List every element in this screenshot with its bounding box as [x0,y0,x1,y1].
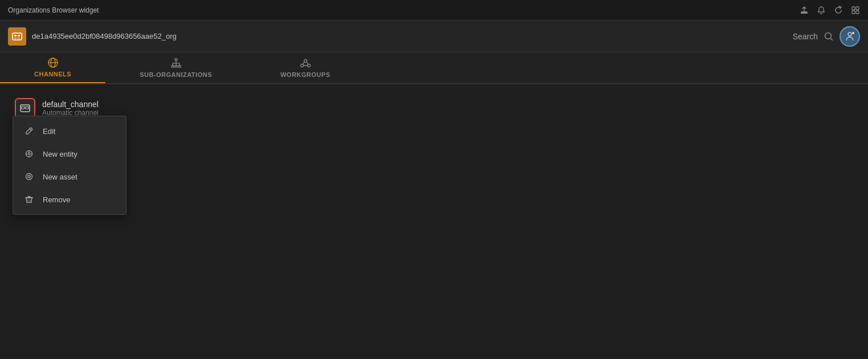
svg-rect-19 [175,59,177,60]
search-area: Search [793,26,860,47]
svg-rect-21 [175,66,177,67]
svg-rect-9 [14,38,17,39]
asset-icon [23,171,35,182]
svg-point-40 [26,174,32,180]
workgroups-tab-icon [300,58,311,69]
svg-rect-10 [18,38,20,39]
refresh-icon[interactable] [834,6,843,15]
context-menu-new-entity[interactable]: New entity [13,142,126,165]
pencil-icon [23,125,35,137]
svg-point-34 [26,151,32,157]
search-icon[interactable] [824,31,834,42]
svg-rect-5 [856,11,859,14]
export-icon[interactable] [800,6,809,15]
svg-rect-22 [178,66,181,67]
svg-rect-20 [172,66,174,67]
svg-rect-4 [852,11,855,14]
search-label: Search [793,32,818,41]
header-bar: de1a4935ee0d2bf08498d963656aae52_org Sea… [0,21,868,52]
channels-tab-icon [47,57,59,68]
new-asset-label: New asset [43,173,78,181]
new-entity-label: New entity [43,150,78,158]
svg-point-29 [300,64,303,67]
main-content: default_channel Automatic channel Edit [0,84,868,359]
title-bar: Organizations Browser widget [0,0,868,21]
svg-rect-8 [18,35,20,36]
svg-point-35 [28,153,30,155]
sub-orgs-tab-icon [170,58,182,69]
svg-point-30 [307,64,310,67]
context-menu-edit[interactable]: Edit [13,120,126,142]
svg-point-28 [304,60,307,63]
tab-sub-organizations-label: SUB-ORGANIZATIONS [140,71,212,78]
layout-icon[interactable] [851,6,860,15]
org-id-label: de1a4935ee0d2bf08498d963656aae52_org [32,32,787,40]
remove-label: Remove [43,195,70,204]
entity-icon [23,148,35,160]
context-menu: Edit New entity [13,116,127,215]
svg-rect-1 [801,13,808,14]
tab-channels-label: CHANNELS [34,71,71,77]
tab-sub-organizations[interactable]: SUB-ORGANIZATIONS [105,52,246,83]
edit-label: Edit [43,127,55,136]
tab-workgroups-label: WORKGROUPS [280,71,331,78]
app-title: Organizations Browser widget [8,6,99,14]
title-bar-actions [800,6,860,15]
tabs-bar: CHANNELS SUB-ORGANIZATIONS [0,52,868,84]
avatar-button[interactable] [840,26,860,47]
svg-rect-2 [852,7,855,10]
context-menu-remove[interactable]: Remove [13,188,126,211]
svg-point-11 [825,32,832,39]
svg-rect-3 [856,7,859,10]
context-menu-new-asset[interactable]: New asset [13,165,126,188]
bell-icon[interactable] [817,6,826,15]
svg-point-12 [848,32,851,36]
svg-rect-33 [26,107,28,109]
svg-rect-6 [13,33,22,40]
trash-icon [23,194,35,205]
channel-item-text: default_channel Automatic channel [42,100,99,117]
svg-rect-32 [22,107,25,109]
svg-rect-7 [14,35,17,36]
org-icon [8,27,26,46]
tab-channels[interactable]: CHANNELS [0,52,105,83]
tab-workgroups[interactable]: WORKGROUPS [246,52,365,83]
channel-name: default_channel [42,100,99,109]
